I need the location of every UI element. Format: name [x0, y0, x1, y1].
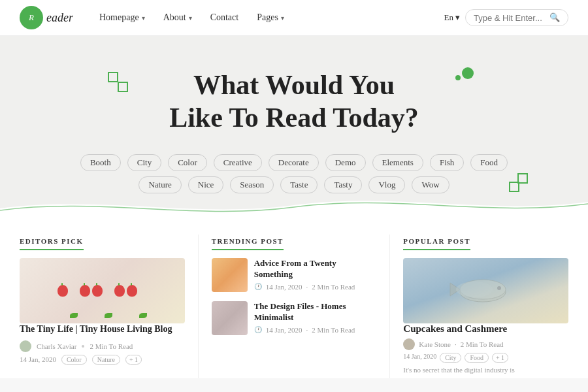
tag-elements[interactable]: Elements [372, 154, 423, 171]
deco-dot-sm [455, 75, 461, 80]
editors-pick-title: EDITORS PICK [20, 237, 84, 250]
deco-square [118, 82, 128, 92]
editors-pick-article-title[interactable]: The Tiny Life | Tiny House Living Blog [20, 323, 185, 335]
editors-pick-tags: 14 Jan, 2020 Color Nature + 1 [20, 355, 185, 365]
chevron-down-icon: ▾ [189, 14, 192, 22]
tag-food[interactable]: Food [465, 353, 489, 363]
tag-city[interactable]: City [440, 353, 461, 363]
search-box[interactable]: 🔍 [465, 9, 568, 26]
popular-read-time: 2 Min To Read [461, 340, 504, 348]
apple-icon [80, 285, 90, 297]
dot-sep: · [306, 283, 308, 291]
trending-info-1: Advice From a Twenty Something 🕐 14 Jan,… [254, 258, 377, 291]
hero-title: What Would You Like To Read Today? [13, 69, 575, 135]
read-time: 2 Min To Read [90, 342, 133, 350]
header-right: En ▾ 🔍 [444, 9, 568, 26]
trending-meta-1: 🕐 14 Jan, 2020 · 2 Min To Read [254, 283, 377, 291]
tag-color[interactable]: Color [61, 355, 87, 365]
chevron-down-icon: ▾ [455, 12, 460, 23]
tag-nice[interactable]: Nice [188, 176, 224, 193]
trending-item: Advice From a Twenty Something 🕐 14 Jan,… [212, 258, 377, 292]
trending-readtime-1: 2 Min To Read [312, 283, 355, 291]
chevron-down-icon: ▾ [281, 14, 284, 22]
apple-icon [127, 285, 137, 297]
popular-post-tags: 14 Jan, 2020 City Food + 1 [403, 353, 568, 363]
tag-booth[interactable]: Booth [80, 154, 121, 171]
trending-image-1 [212, 258, 248, 292]
leaf-icon [105, 313, 112, 318]
tag-fish[interactable]: Fish [430, 154, 464, 171]
search-input[interactable] [474, 13, 546, 23]
popular-post-desc: It's no secret that the digital industry… [403, 365, 568, 375]
nav-contact[interactable]: Contact [210, 12, 239, 23]
tag-tasty[interactable]: Tasty [324, 176, 362, 193]
content-section: EDITORS PICK The Tiny Life | Tiny House … [0, 218, 588, 378]
deco-square [517, 173, 528, 184]
apple-icon [57, 285, 68, 297]
trending-info-2: The Design Files - Homes Minimalist 🕐 14… [254, 301, 377, 334]
tag-nature[interactable]: Nature [139, 176, 181, 193]
deco-dot [462, 67, 474, 79]
trending-item: The Design Files - Homes Minimalist 🕐 14… [212, 301, 377, 335]
tag-list-2: Nature Nice Season Taste Tasty Vlog Wow [13, 176, 575, 193]
nav-about[interactable]: About ▾ [163, 12, 192, 23]
deco-square [108, 72, 118, 82]
trending-meta-2: 🕐 14 Jan, 2020 · 2 Min To Read [254, 326, 377, 334]
svg-point-3 [456, 282, 493, 297]
popular-date: 14 Jan, 2020 [403, 353, 436, 363]
nav-homepage[interactable]: Homepage ▾ [99, 12, 145, 23]
author-name: Charls Xaviar [37, 342, 76, 350]
leaf-icon [139, 313, 147, 318]
tag-wow[interactable]: Wow [412, 176, 449, 193]
extra-tags[interactable]: + 1 [492, 353, 508, 363]
trending-article-title-1[interactable]: Advice From a Twenty Something [254, 258, 377, 280]
trending-post-section: TRENDING POST Advice From a Twenty Somet… [212, 235, 391, 378]
popular-post-image [403, 258, 568, 323]
editors-pick-meta: Charls Xaviar 2 Min To Read [20, 340, 185, 352]
editors-pick-section: EDITORS PICK The Tiny Life | Tiny House … [20, 235, 199, 378]
popular-author-avatar [403, 338, 415, 350]
author-avatar [20, 340, 31, 352]
wave-decoration [0, 192, 588, 218]
tag-decorate[interactable]: Decorate [269, 154, 319, 171]
tag-demo[interactable]: Demo [325, 154, 366, 171]
tag-vlog[interactable]: Vlog [368, 176, 405, 193]
trending-article-title-2[interactable]: The Design Files - Homes Minimalist [254, 301, 377, 323]
main-nav: Homepage ▾ About ▾ Contact Pages ▾ [99, 12, 444, 23]
leaf-icon [70, 313, 78, 318]
popular-post-article-title[interactable]: Cupcakes and Cashmere [403, 323, 568, 335]
tag-list: Booth City Color Creative Decorate Demo … [13, 154, 575, 171]
logo-icon: R [20, 6, 43, 29]
search-icon: 🔍 [549, 12, 560, 23]
nav-pages[interactable]: Pages ▾ [257, 12, 284, 23]
dot-sep: · [455, 340, 457, 348]
dot-separator [82, 345, 84, 348]
tag-nature[interactable]: Nature [92, 355, 120, 365]
logo-text: eader [46, 11, 73, 25]
clock-icon: 🕐 [254, 326, 262, 333]
trending-post-title: TRENDING POST [212, 237, 284, 250]
popular-post-author-meta: Kate Stone · 2 Min To Read [403, 338, 568, 350]
popular-post-title: POPULAR POST [403, 237, 470, 250]
tag-city[interactable]: City [127, 154, 161, 171]
popular-post-section: POPULAR POST Cupcakes and Cashmere Kate … [403, 235, 568, 378]
trending-readtime-2: 2 Min To Read [312, 326, 355, 334]
article-date: 14 Jan, 2020 [20, 355, 56, 363]
tag-color[interactable]: Color [168, 154, 207, 171]
extra-tags[interactable]: + 1 [125, 355, 142, 365]
svg-point-2 [497, 286, 501, 290]
chevron-down-icon: ▾ [142, 14, 145, 22]
dot-sep: · [306, 326, 308, 334]
header: R eader Homepage ▾ About ▾ Contact Pages… [0, 0, 588, 36]
tag-season[interactable]: Season [230, 176, 274, 193]
trending-date-2: 14 Jan, 2020 [266, 326, 302, 334]
tag-creative[interactable]: Creative [214, 154, 262, 171]
apple-icon [114, 285, 125, 297]
apple-icon [92, 285, 103, 297]
popular-author-name: Kate Stone [419, 340, 451, 348]
tag-taste[interactable]: Taste [280, 176, 318, 193]
editors-pick-image [20, 258, 185, 323]
language-selector[interactable]: En ▾ [444, 12, 460, 23]
tag-food[interactable]: Food [470, 154, 508, 171]
logo[interactable]: R eader [20, 6, 73, 29]
